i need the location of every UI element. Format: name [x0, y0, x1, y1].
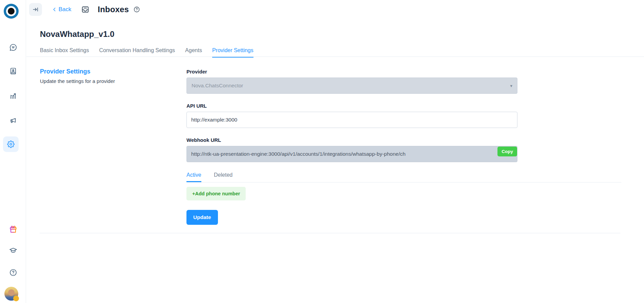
sidebar-item-campaigns[interactable] — [0, 116, 26, 125]
chevron-left-icon — [51, 6, 58, 13]
sidebar-item-settings[interactable] — [3, 136, 19, 152]
sidebar — [0, 0, 26, 303]
back-link[interactable]: Back — [51, 6, 71, 13]
page-title: Inboxes — [98, 5, 129, 14]
help-circle-icon — [9, 268, 17, 277]
phone-number-tabs: Active Deleted — [186, 172, 621, 182]
section-intro: Provider Settings Update the settings fo… — [40, 68, 175, 84]
header: Back Inboxes — [26, 0, 644, 19]
section-heading: Provider Settings — [40, 68, 175, 75]
gift-icon — [9, 225, 17, 233]
app-logo-core — [8, 8, 15, 15]
provider-select: Nova.ChatsConnector ▾ — [186, 78, 517, 94]
inbox-icon — [81, 5, 90, 14]
app-root: Back Inboxes NovaWhatapp_v1.0 Basic Inbo… — [0, 0, 644, 303]
content-divider — [40, 233, 620, 233]
tab-deleted[interactable]: Deleted — [214, 172, 232, 182]
update-button[interactable]: Update — [186, 210, 218, 225]
provider-select-value: Nova.ChatsConnector — [192, 83, 243, 89]
tab-active[interactable]: Active — [186, 172, 201, 182]
tabs-divider — [26, 57, 644, 57]
sidebar-item-contacts[interactable] — [0, 67, 26, 75]
expand-sidebar-button[interactable] — [29, 3, 42, 16]
copy-button[interactable]: Copy — [497, 147, 517, 156]
webhook-url-label: Webhook URL — [186, 137, 517, 143]
app-logo[interactable] — [4, 4, 19, 19]
status-badge — [13, 296, 19, 301]
inbox-name-title: NovaWhatapp_v1.0 — [40, 29, 114, 39]
settings-tabs: Basic Inbox Settings Conversation Handli… — [40, 47, 253, 58]
expand-sidebar-icon — [32, 6, 39, 13]
contact-book-icon — [9, 67, 17, 75]
tab-basic-inbox-settings[interactable]: Basic Inbox Settings — [40, 47, 89, 58]
sidebar-item-academy[interactable] — [0, 246, 26, 255]
tab-conversation-handling-settings[interactable]: Conversation Handling Settings — [99, 47, 175, 58]
sidebar-item-help[interactable] — [0, 268, 26, 277]
chat-bubble-icon — [9, 43, 17, 51]
megaphone-icon — [9, 116, 17, 125]
add-phone-number-button[interactable]: +Add phone number — [186, 187, 246, 200]
section-description: Update the settings for a provider — [40, 78, 175, 84]
back-label: Back — [59, 6, 71, 13]
api-url-input[interactable] — [186, 112, 517, 128]
chart-trend-icon — [9, 92, 17, 100]
tab-provider-settings[interactable]: Provider Settings — [212, 47, 253, 58]
provider-label: Provider — [186, 69, 517, 74]
sidebar-item-conversations[interactable] — [0, 43, 26, 52]
chevron-down-icon: ▾ — [510, 83, 512, 88]
page-help-icon[interactable] — [133, 6, 140, 13]
gear-icon — [7, 140, 15, 148]
webhook-url-row: Copy — [186, 146, 517, 162]
tab-agents[interactable]: Agents — [185, 47, 202, 58]
api-url-label: API URL — [186, 103, 517, 109]
provider-settings-form: Provider Nova.ChatsConnector ▾ API URL W… — [186, 69, 517, 225]
sidebar-item-reports[interactable] — [0, 91, 26, 100]
webhook-url-input — [186, 146, 517, 162]
graduation-cap-icon — [9, 246, 17, 255]
main-content: NovaWhatapp_v1.0 Basic Inbox Settings Co… — [26, 19, 644, 303]
user-avatar[interactable] — [4, 287, 18, 301]
sidebar-item-whats-new[interactable] — [0, 225, 26, 234]
